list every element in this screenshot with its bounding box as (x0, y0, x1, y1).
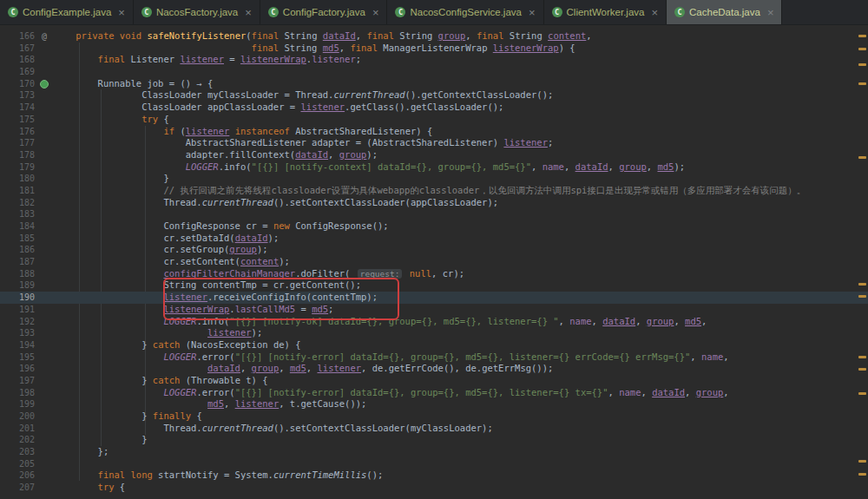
line-number[interactable]: 174 (0, 102, 35, 114)
code-line-207[interactable]: 207 try { (0, 482, 868, 494)
line-number[interactable]: 166 (0, 30, 35, 43)
tab-close-icon[interactable]: × (651, 7, 658, 18)
warning-stripe-mark[interactable] (858, 460, 866, 463)
warning-stripe-mark[interactable] (858, 156, 866, 159)
code-line-200[interactable]: 200 } finally { (0, 410, 868, 423)
code-line-178[interactable]: 178 adapter.fillContext(dataId, group); (0, 149, 868, 161)
line-number[interactable]: 179 (0, 161, 35, 174)
line-number[interactable]: 167 (0, 43, 35, 55)
line-number[interactable]: 191 (0, 304, 35, 316)
warning-stripe-mark[interactable] (858, 368, 866, 371)
gutter-icon-cell[interactable] (35, 78, 54, 90)
warning-stripe-mark[interactable] (858, 295, 866, 298)
code-line-196[interactable]: 196 dataId, group, md5, listener, de.get… (0, 363, 868, 375)
code-line-186[interactable]: 186 cr.setGroup(group); (0, 244, 868, 256)
code-line-173[interactable]: 173 ClassLoader myClassLoader = Thread.c… (0, 89, 868, 102)
code-line-187[interactable]: 187 cr.setContent(content); (0, 256, 868, 268)
tab-CacheData.java[interactable]: CCacheData.java× (667, 0, 782, 24)
tab-NacosConfigService.java[interactable]: CNacosConfigService.java× (387, 0, 543, 24)
warning-stripe-mark[interactable] (858, 392, 866, 395)
line-number[interactable]: 168 (0, 54, 35, 66)
line-number[interactable]: 201 (0, 423, 35, 435)
line-number[interactable]: 180 (0, 173, 35, 185)
code-line-175[interactable]: 175 try { (0, 114, 868, 126)
line-number[interactable]: 175 (0, 114, 35, 126)
line-number[interactable]: 181 (0, 185, 35, 197)
code-line-166[interactable]: 166@ private void safeNotifyListener(fin… (0, 30, 868, 43)
line-number[interactable]: 189 (0, 279, 35, 292)
line-number[interactable]: 193 (0, 327, 35, 339)
line-number[interactable]: 169 (0, 66, 35, 78)
tab-close-icon[interactable]: × (245, 7, 252, 18)
tab-close-icon[interactable]: × (529, 7, 536, 18)
code-line-188[interactable]: 188 configFilterChainManager.doFilter( r… (0, 268, 868, 280)
code-line-169[interactable]: 169 (0, 66, 868, 78)
line-number[interactable]: 188 (0, 268, 35, 280)
code-line-185[interactable]: 185 cr.setDataId(dataId); (0, 233, 868, 245)
code-line-190[interactable]: 190 listener.receiveConfigInfo(contentTm… (0, 292, 868, 304)
code-line-206[interactable]: 206 final long startNotify = System.curr… (0, 469, 868, 482)
line-number[interactable]: 192 (0, 316, 35, 328)
code-line-168[interactable]: 168 final Listener listener = listenerWr… (0, 54, 868, 66)
code-line-177[interactable]: 177 AbstractSharedListener adapter = (Ab… (0, 137, 868, 149)
code-line-170[interactable]: 170 Runnable job = () → { (0, 78, 868, 90)
line-number[interactable]: 176 (0, 126, 35, 138)
tab-ClientWorker.java[interactable]: CClientWorker.java× (544, 0, 667, 24)
warning-stripe-mark[interactable] (858, 35, 866, 37)
code-line-180[interactable]: 180 } (0, 173, 868, 185)
code-line-182[interactable]: 182 Thread.currentThread().setContextCla… (0, 197, 868, 209)
code-line-183[interactable]: 183 (0, 208, 868, 220)
line-number[interactable]: 190 (0, 292, 35, 304)
tab-ConfigFactory.java[interactable]: CConfigFactory.java× (260, 0, 388, 24)
bookmark-at-icon[interactable]: @ (35, 30, 54, 43)
line-number[interactable]: 195 (0, 351, 35, 364)
code-line-195[interactable]: 195 LOGGER.error("[{}] [notify-error] da… (0, 351, 868, 364)
code-line-191[interactable]: 191 listenerWrap.lastCallMd5 = md5; (0, 304, 868, 316)
code-line-205[interactable]: 205 (0, 458, 868, 470)
warning-stripe-mark[interactable] (858, 473, 866, 476)
code-line-184[interactable]: 184 ConfigResponse cr = new ConfigRespon… (0, 220, 868, 233)
line-number[interactable]: 206 (0, 469, 35, 482)
code-line-203[interactable]: 203 }; (0, 446, 868, 458)
line-number[interactable]: 187 (0, 256, 35, 268)
line-number[interactable]: 194 (0, 339, 35, 351)
line-number[interactable]: 182 (0, 197, 35, 209)
code-line-201[interactable]: 201 Thread.currentThread().setContextCla… (0, 423, 868, 435)
code-line-167[interactable]: 167 final String md5, final ManagerListe… (0, 43, 868, 55)
tab-close-icon[interactable]: × (118, 7, 125, 18)
code-line-181[interactable]: 181 // 执行回调之前先将线程classloader设置为具体webapp的… (0, 185, 868, 197)
line-number[interactable]: 196 (0, 363, 35, 375)
code-line-198[interactable]: 198 LOGGER.error("[{}] [notify-error] da… (0, 387, 868, 399)
gutter-marker-icon[interactable] (40, 80, 49, 89)
line-number[interactable]: 184 (0, 220, 35, 233)
code-line-194[interactable]: 194 } catch (NacosException de) { (0, 339, 868, 351)
code-line-179[interactable]: 179 LOGGER.info("[{}] [notify-context] d… (0, 161, 868, 174)
tab-close-icon[interactable]: × (372, 7, 379, 18)
warning-stripe-mark[interactable] (858, 63, 866, 66)
line-number[interactable]: 199 (0, 398, 35, 410)
line-number[interactable]: 207 (0, 482, 35, 494)
line-number[interactable]: 203 (0, 446, 35, 458)
code-line-199[interactable]: 199 md5, listener, t.getCause()); (0, 398, 868, 410)
code-editor[interactable]: 166@ private void safeNotifyListener(fin… (0, 25, 868, 499)
line-number[interactable]: 170 (0, 78, 35, 90)
code-line-189[interactable]: 189 String contentTmp = cr.getContent(); (0, 279, 868, 292)
tab-ConfigExample.java[interactable]: CConfigExample.java× (0, 0, 134, 24)
warning-stripe-mark[interactable] (858, 48, 866, 50)
line-number[interactable]: 205 (0, 458, 35, 470)
code-line-202[interactable]: 202 } (0, 434, 868, 446)
line-number[interactable]: 178 (0, 149, 35, 161)
line-number[interactable]: 198 (0, 387, 35, 399)
code-line-176[interactable]: 176 if (listener instanceof AbstractShar… (0, 126, 868, 138)
code-line-192[interactable]: 192 LOGGER.info("[{}] [notify-ok] dataId… (0, 316, 868, 328)
code-line-197[interactable]: 197 } catch (Throwable t) { (0, 375, 868, 387)
warning-stripe-mark[interactable] (858, 356, 866, 358)
line-number[interactable]: 185 (0, 233, 35, 245)
line-number[interactable]: 173 (0, 89, 35, 102)
line-number[interactable]: 177 (0, 137, 35, 149)
warning-stripe-mark[interactable] (858, 82, 866, 85)
tab-NacosFactory.java[interactable]: CNacosFactory.java× (134, 0, 260, 24)
line-number[interactable]: 202 (0, 434, 35, 446)
warning-stripe-mark[interactable] (858, 283, 866, 286)
line-number[interactable]: 183 (0, 208, 35, 220)
